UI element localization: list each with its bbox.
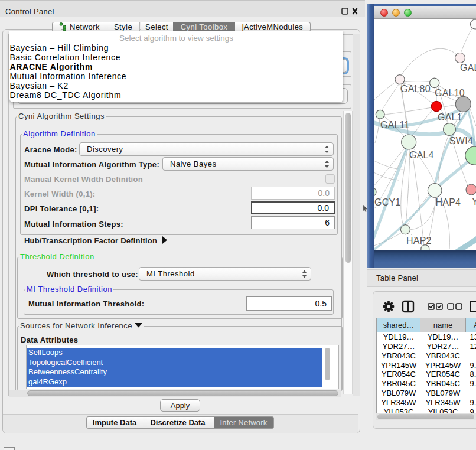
svg-text:GAL1: GAL1 bbox=[438, 112, 462, 122]
svg-text:HAP2: HAP2 bbox=[406, 236, 432, 246]
svg-text:GAL4: GAL4 bbox=[409, 150, 434, 160]
svg-text:GAL80: GAL80 bbox=[400, 84, 431, 94]
svg-text:Y: Y bbox=[472, 197, 476, 207]
svg-text:SWI4: SWI4 bbox=[449, 136, 473, 146]
svg-text:GAL7: GAL7 bbox=[460, 63, 476, 73]
svg-text:GCY1: GCY1 bbox=[374, 197, 400, 207]
svg-text:GAL11: GAL11 bbox=[380, 120, 410, 130]
svg-text:HAP4: HAP4 bbox=[436, 197, 461, 207]
svg-text:GAL10: GAL10 bbox=[435, 88, 465, 98]
